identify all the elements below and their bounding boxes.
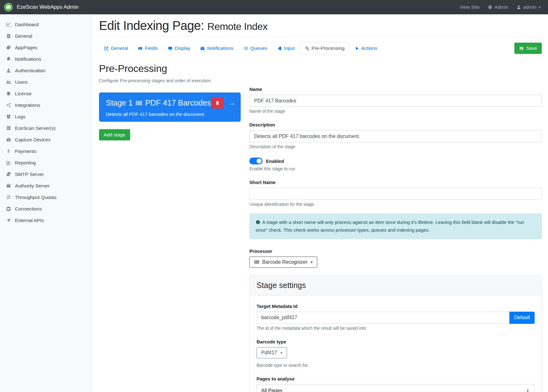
tab-label: General xyxy=(111,45,128,51)
add-stage-button[interactable]: Add stage xyxy=(99,129,130,140)
sidebar-item-capture-devices[interactable]: Capture Devices xyxy=(0,134,91,145)
sidebar-item-label: EzeScan Server(s) xyxy=(15,125,55,131)
section-title: Pre-Processing xyxy=(99,63,241,74)
mail-server-icon xyxy=(6,172,11,177)
delete-stage-button[interactable] xyxy=(211,97,224,109)
page-title-main: Edit Indexing Page: xyxy=(99,19,204,32)
page-title: Edit Indexing Page: Remote Index xyxy=(99,19,542,33)
stage-number: Stage 1 xyxy=(106,98,133,107)
briefcase-icon xyxy=(6,183,11,188)
default-button[interactable]: Default xyxy=(509,312,535,324)
sidebar-item-label: General xyxy=(15,33,32,39)
sidebar-item-authority-server[interactable]: Authority Server xyxy=(0,180,91,191)
stage-card-title: Stage 1 PDF 417 Barcodes xyxy=(106,98,211,107)
sidebar-item-apppages[interactable]: AppPages xyxy=(0,42,91,53)
enabled-label: Enabled xyxy=(266,158,284,164)
user-menu[interactable]: admin ▾ xyxy=(516,4,541,10)
logo-icon xyxy=(4,2,13,12)
sidebar-item-reporting[interactable]: Reporting xyxy=(0,157,91,168)
user-label: admin xyxy=(523,4,536,10)
processor-dropdown[interactable]: Barcode Recognizer ▾ xyxy=(249,257,317,268)
barcode-type-value: Pdf417 xyxy=(261,350,277,356)
stages-column: Pre-Processing Configure Pre-processing … xyxy=(99,63,241,392)
pages-selected-value: All Pages xyxy=(261,388,282,392)
stage-name: PDF 417 Barcodes xyxy=(145,98,211,107)
sidebar-item-users[interactable]: Users xyxy=(0,76,91,88)
pages-select[interactable]: All Pages xyxy=(257,384,535,392)
sidebar-item-label: Dashboard xyxy=(15,22,39,27)
sidebar-item-label: Authority Server xyxy=(15,183,50,189)
target-metadata-input[interactable] xyxy=(257,312,509,324)
brand-title: EzeScan WebApps Admin xyxy=(17,4,78,10)
arrow-right-icon[interactable]: → xyxy=(228,99,235,106)
barcode-type-label: Barcode type xyxy=(257,339,535,344)
sidebar-item-ezescan-servers[interactable]: EzeScan Server(s) xyxy=(0,122,91,134)
tab-label: Fields xyxy=(145,45,158,51)
tab-display[interactable]: Display xyxy=(163,42,196,54)
sidebar-item-logs[interactable]: Logs xyxy=(0,111,91,122)
main-content: Edit Indexing Page: Remote Index General… xyxy=(91,0,548,392)
processor-value: Barcode Recognizer xyxy=(262,259,307,265)
title-divider xyxy=(99,36,542,37)
sidebar-item-label: Authentication xyxy=(15,68,45,73)
sidebar-item-label: License xyxy=(15,91,31,97)
tab-actions[interactable]: Actions xyxy=(350,42,382,54)
location-arrow-icon xyxy=(6,218,11,223)
sidebar-item-throughput-quotas[interactable]: Throughput Quotas xyxy=(0,191,91,203)
sidebar-item-general[interactable]: General xyxy=(0,30,91,42)
edit-icon xyxy=(104,46,109,51)
tab-label: Display xyxy=(175,45,191,51)
tab-label: Actions xyxy=(361,45,377,51)
brand[interactable]: EzeScan WebApps Admin xyxy=(4,2,91,12)
sidebar-item-payments[interactable]: Payments xyxy=(0,145,91,157)
exchange-icon xyxy=(6,195,11,200)
cogs-icon xyxy=(305,46,309,51)
sidebar-item-label: External APIs xyxy=(15,218,44,223)
caret-down-icon: ▾ xyxy=(539,5,541,9)
admin-link[interactable]: Admin xyxy=(488,4,508,10)
target-metadata-label: Target Metadata Id xyxy=(257,304,535,309)
tab-input[interactable]: Input xyxy=(272,42,300,54)
description-help: Description of the stage xyxy=(249,144,542,149)
tab-fields[interactable]: Fields xyxy=(133,42,163,54)
keyboard-icon xyxy=(138,46,143,51)
save-button[interactable]: Save xyxy=(514,43,542,54)
sidebar-item-license[interactable]: License xyxy=(0,88,91,99)
tab-queues[interactable]: Queues xyxy=(239,42,272,54)
description-input[interactable] xyxy=(249,130,542,142)
sidebar-item-label: Notifications xyxy=(15,56,41,62)
sidebar-item-external-apis[interactable]: External APIs xyxy=(0,215,91,226)
enabled-toggle[interactable] xyxy=(249,158,262,164)
sign-in-icon xyxy=(277,46,282,51)
gear-icon xyxy=(488,5,493,10)
sidebar-item-notifications[interactable]: Notifications xyxy=(0,53,91,65)
dollar-icon xyxy=(6,149,11,154)
report-icon xyxy=(6,160,11,165)
person-icon xyxy=(516,5,521,10)
barcode-type-dropdown[interactable]: Pdf417 ▾ xyxy=(257,347,287,358)
tab-pre-processing[interactable]: Pre-Processing xyxy=(300,42,350,54)
tab-label: Queues xyxy=(250,45,267,51)
short-name-input[interactable] xyxy=(249,188,542,200)
sidebar-item-label: Throughput Quotas xyxy=(15,195,57,200)
sidebar-item-label: Payments xyxy=(15,149,36,154)
view-site-link[interactable]: View Site xyxy=(460,4,479,10)
tab-label: Input xyxy=(284,45,295,51)
user-icon xyxy=(6,68,11,73)
tab-general[interactable]: General xyxy=(99,42,133,54)
top-navbar: EzeScan WebApps Admin View Site Admin ad… xyxy=(0,0,548,14)
stage-card[interactable]: Stage 1 PDF 417 Barcodes → Detects all P… xyxy=(99,92,241,122)
sidebar-item-smtp-server[interactable]: SMTP Server xyxy=(0,168,91,180)
tab-notifications[interactable]: Notifications xyxy=(195,42,238,54)
sidebar-item-label: Reporting xyxy=(15,160,36,166)
sidebar-item-label: Connections xyxy=(15,206,42,212)
name-input[interactable] xyxy=(249,95,542,107)
display-icon xyxy=(168,46,172,51)
sidebar-item-connections[interactable]: Connections xyxy=(0,203,91,215)
section-subtitle: Configure Pre-processing stages and orde… xyxy=(99,78,241,83)
sidebar-item-dashboard[interactable]: Dashboard xyxy=(0,19,91,30)
sidebar-item-integrations[interactable]: Integrations xyxy=(0,99,91,111)
name-help: Name of the stage xyxy=(249,109,542,114)
short-name-group: Short Name Unique identification for the… xyxy=(249,180,542,207)
sidebar-item-authentication[interactable]: Authentication xyxy=(0,65,91,76)
